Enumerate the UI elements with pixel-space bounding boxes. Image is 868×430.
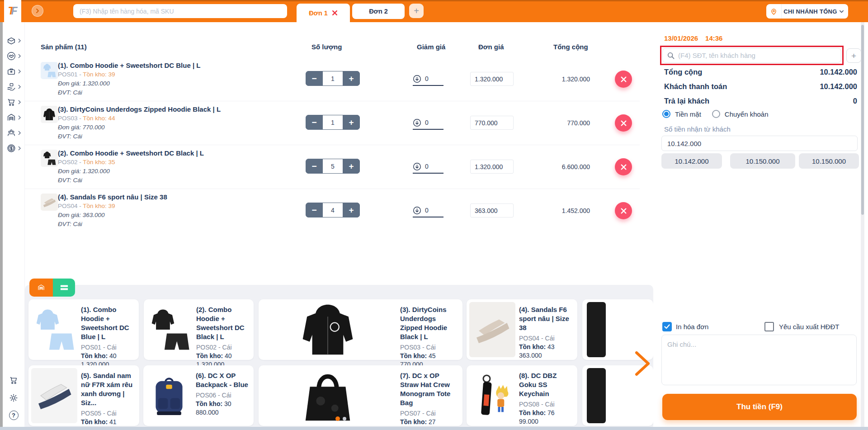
product-card[interactable]: (2). Combo Hoodie + Sweetshort DC Black … (144, 299, 254, 360)
table-row: (1). Combo Hoodie + Sweetshort DC Blue |… (25, 57, 640, 101)
discount-control[interactable]: 0 (413, 160, 443, 174)
customer-search-input[interactable] (678, 52, 836, 59)
product-image (587, 368, 606, 423)
decrease-quantity-button[interactable]: − (306, 159, 323, 174)
quantity-value[interactable]: 5 (323, 159, 343, 173)
sidebar-item-finance[interactable] (6, 141, 21, 156)
discount-control[interactable]: 0 (413, 72, 443, 86)
new-order-tab-button[interactable]: + (409, 4, 424, 18)
carousel-next-button[interactable] (633, 350, 652, 377)
card-stock-label: Tồn kho: (400, 352, 427, 359)
branch-selector[interactable]: CHI NHÁNH TỔNG (766, 4, 848, 19)
sidebar-bottom-group: ? (9, 375, 19, 430)
list-icon (60, 284, 68, 291)
order-tab-1[interactable]: Đơn 1 (297, 4, 350, 22)
uom-line: ĐVT: Cái (58, 132, 252, 141)
card-stock-value: 30 (224, 400, 231, 407)
sidebar-item-partners[interactable] (6, 48, 21, 64)
close-tab-icon[interactable] (332, 10, 338, 16)
cash-radio[interactable] (662, 110, 670, 118)
received-amount-input[interactable] (661, 136, 858, 151)
product-image (260, 301, 396, 359)
discount-control[interactable]: 0 (413, 204, 443, 217)
sidebar-item-warehouse[interactable] (6, 110, 21, 125)
quick-amount-button[interactable]: 10.142.000 (661, 153, 722, 169)
card-stock-label: Tồn kho: (400, 418, 427, 425)
unit-price-input[interactable] (470, 160, 514, 174)
decrease-quantity-button[interactable]: − (306, 115, 323, 130)
product-card[interactable]: (7). DC x OP Straw Hat Crew Monogram Tot… (259, 365, 462, 426)
product-card[interactable]: (1). Combo Hoodie + Sweetshort DC Blue |… (28, 299, 139, 360)
product-stock: Tồn kho: 44 (83, 115, 115, 122)
search-icon (667, 52, 675, 59)
order-note-input[interactable] (661, 335, 857, 385)
collect-payment-button[interactable]: Thu tiền (F9) (662, 394, 857, 420)
unit-price-input[interactable] (470, 116, 514, 130)
change-label: Trả lại khách (664, 97, 709, 107)
transfer-radio[interactable] (712, 110, 720, 118)
decrease-quantity-button[interactable]: − (306, 71, 323, 86)
increase-quantity-button[interactable]: + (343, 115, 360, 130)
product-card[interactable]: (8). DC DBZ Goku SS Keychain POS08 - Cái… (467, 365, 577, 426)
product-search-input[interactable] (73, 4, 287, 18)
increase-quantity-button[interactable]: + (343, 71, 360, 86)
help-button[interactable]: ? (9, 411, 19, 420)
print-invoice-checkbox[interactable] (662, 322, 672, 331)
product-card[interactable]: (6). DC X OP Backpack - Blue POS06 - Cái… (143, 365, 254, 426)
einvoice-checkbox[interactable] (764, 322, 774, 331)
sidebar-item-business[interactable] (6, 64, 21, 79)
quick-amount-button[interactable]: 10.150.000 (799, 153, 859, 169)
carousel-dot-active[interactable] (335, 416, 340, 421)
sidebar-item-settings[interactable] (9, 393, 19, 405)
order-date: 13/01/2026 (664, 34, 698, 42)
combo-hoodie-black-image (42, 151, 57, 166)
quantity-value[interactable]: 1 (323, 71, 343, 85)
product-card[interactable]: (3). DirtyCoins Underdogs Zipped Hoodie … (259, 299, 462, 360)
sidebar-item-cart[interactable] (9, 375, 19, 387)
product-card[interactable]: (4). Sandals F6 sport nâu | Size 38 POS0… (467, 299, 577, 360)
sidebar-item-sales[interactable] (6, 95, 21, 110)
remove-item-button[interactable] (615, 202, 632, 219)
sidebar-item-supply[interactable] (6, 79, 21, 95)
unit-price-line: Đơn giá: 363.000 (58, 211, 252, 220)
quick-amount-button[interactable]: 10.150.000 (730, 153, 795, 169)
product-image (587, 302, 606, 357)
quantity-value[interactable]: 4 (323, 203, 343, 217)
card-title: (6). DC X OP Backpack - Blue (196, 371, 250, 389)
product-image (260, 367, 396, 425)
column-quantity: Số lượng (311, 43, 342, 51)
quantity-stepper: − 1 + (306, 115, 360, 130)
product-card[interactable]: (5). Sandal nam nữ F7R xám rêu xanh dươn… (28, 365, 139, 426)
remove-item-button[interactable] (615, 158, 632, 175)
chevron-right-icon (35, 8, 40, 14)
list-view-button[interactable] (53, 279, 75, 297)
increase-quantity-button[interactable]: + (343, 159, 360, 174)
carousel-dot[interactable] (343, 417, 346, 421)
decrease-quantity-button[interactable]: − (306, 203, 323, 217)
customer-search-box[interactable] (662, 48, 841, 63)
remove-item-button[interactable] (615, 71, 632, 88)
add-customer-button[interactable]: + (846, 48, 861, 63)
chevron-right-icon (18, 100, 21, 104)
order-tab-2[interactable]: Đơn 2 (352, 4, 405, 19)
scrollbar-thumb[interactable] (861, 25, 864, 215)
chevron-right-icon (18, 131, 21, 135)
product-image (469, 302, 515, 357)
unit-price-input[interactable] (470, 72, 514, 86)
product-image (469, 368, 515, 423)
increase-quantity-button[interactable]: + (343, 203, 360, 217)
quantity-value[interactable]: 1 (323, 115, 343, 129)
discount-control[interactable]: 0 (413, 116, 443, 130)
sidebar-item-products[interactable] (6, 33, 21, 48)
remove-item-button[interactable] (615, 114, 632, 132)
card-body: (6). DC X OP Backpack - Blue POS06 - Cái… (196, 371, 250, 417)
summary-change-row: Trả lại khách 0 (664, 97, 857, 107)
carousel-dots (335, 416, 346, 421)
app-logo[interactable]: T F (4, 0, 21, 22)
sidebar-item-staff[interactable] (6, 125, 21, 141)
column-total: Tổng cộng (553, 43, 588, 51)
unit-price-input[interactable] (470, 203, 514, 217)
grid-view-button[interactable] (29, 279, 53, 297)
expand-sidebar-button[interactable] (32, 5, 43, 17)
payment-method-row: Tiền mặt Chuyển khoản (662, 110, 769, 118)
